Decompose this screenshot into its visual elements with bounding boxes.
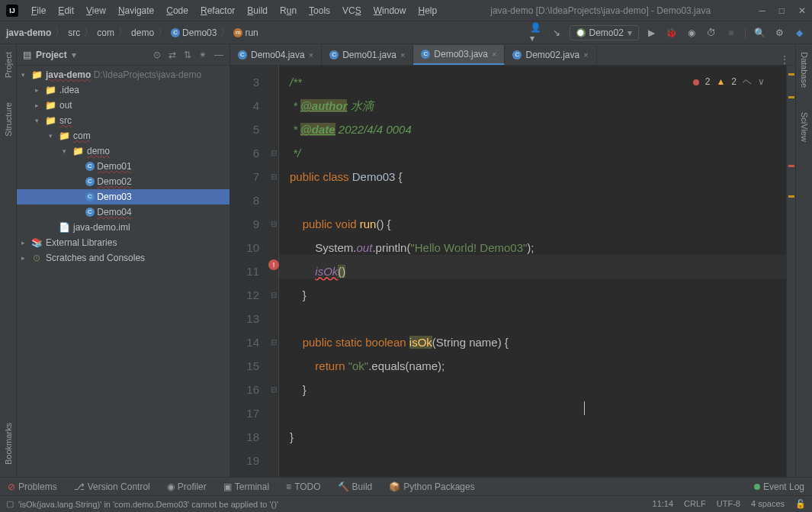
close-icon[interactable]: × bbox=[492, 50, 496, 59]
menu-code[interactable]: Code bbox=[161, 3, 194, 18]
back-arrow-icon[interactable]: ↘ bbox=[550, 26, 563, 40]
tab-demo04[interactable]: CDemo04.java× bbox=[230, 45, 322, 65]
tree-file-demo03[interactable]: C Demo03 bbox=[17, 189, 229, 204]
collapse-icon[interactable]: ⇅ bbox=[184, 50, 191, 60]
user-icon[interactable]: 👤▾ bbox=[530, 26, 544, 40]
error-bulb-icon[interactable]: ! bbox=[268, 259, 279, 270]
menu-window[interactable]: Window bbox=[368, 3, 412, 18]
warning-indicator[interactable]: ▲ bbox=[716, 70, 725, 94]
crumb-com[interactable]: com bbox=[97, 27, 114, 38]
error-indicator[interactable] bbox=[693, 79, 699, 85]
run-button[interactable]: ▶ bbox=[645, 26, 659, 40]
line-numbers: 345 678 91011 121314 151617 1819 bbox=[230, 66, 268, 477]
tool-eventlog[interactable]: Event Log bbox=[754, 481, 804, 492]
maximize-button[interactable]: □ bbox=[779, 5, 785, 16]
folder-icon: ▤ bbox=[23, 50, 31, 60]
minimize-button[interactable]: ─ bbox=[759, 5, 765, 16]
tree-file-demo01[interactable]: C Demo01 bbox=[17, 159, 229, 174]
tab-demo01[interactable]: CDemo01.java× bbox=[322, 45, 413, 65]
menu-build[interactable]: Build bbox=[242, 3, 273, 18]
select-file-icon[interactable]: ⊙ bbox=[153, 50, 161, 60]
search-icon[interactable]: 🔍 bbox=[753, 26, 766, 40]
status-position[interactable]: 11:14 bbox=[653, 499, 674, 509]
tree-iml[interactable]: 📄java-demo.iml bbox=[17, 220, 229, 235]
plugin-icon[interactable]: ◆ bbox=[792, 26, 806, 40]
menu-view[interactable]: View bbox=[81, 3, 111, 18]
tree-root[interactable]: ▾📁java-demo D:\IdeaProjects\java-demo bbox=[17, 67, 229, 82]
crumb-project[interactable]: java-demo bbox=[6, 27, 51, 38]
tree-file-demo04[interactable]: C Demo04 bbox=[17, 204, 229, 220]
main-menu: File Edit View Navigate Code Refactor Bu… bbox=[26, 3, 442, 18]
chevron-up-icon[interactable]: ヘ bbox=[743, 70, 752, 94]
close-icon[interactable]: × bbox=[309, 50, 313, 60]
tool-sciview[interactable]: SciView bbox=[798, 108, 810, 147]
tab-demo02[interactable]: CDemo02.java× bbox=[505, 45, 596, 65]
tool-build[interactable]: 🔨Build bbox=[338, 481, 373, 492]
chevron-down-icon[interactable]: ∨ bbox=[758, 70, 765, 94]
menu-vcs[interactable]: VCS bbox=[337, 3, 367, 18]
crumb-src[interactable]: src bbox=[68, 27, 80, 38]
lock-icon[interactable]: 🔓 bbox=[795, 499, 806, 509]
tree-file-demo02[interactable]: C Demo02 bbox=[17, 174, 229, 189]
code-editor[interactable]: 345 678 91011 121314 151617 1819 ⊟ ⊟⊟ ⊟⊟… bbox=[230, 66, 795, 477]
stop-button[interactable]: ■ bbox=[724, 26, 738, 40]
debug-button[interactable]: 🐞 bbox=[665, 26, 679, 40]
error-strip[interactable] bbox=[786, 66, 795, 477]
menu-refactor[interactable]: Refactor bbox=[195, 3, 240, 18]
tool-bookmarks[interactable]: Bookmarks bbox=[2, 418, 14, 469]
tree-src[interactable]: ▾📁src bbox=[17, 113, 229, 128]
tab-demo03[interactable]: CDemo03.java× bbox=[413, 45, 505, 65]
profile-button[interactable]: ⏱ bbox=[704, 26, 718, 40]
editor-tabs: CDemo04.java× CDemo01.java× CDemo03.java… bbox=[230, 44, 795, 66]
settings-icon[interactable]: ⚙ bbox=[772, 26, 786, 40]
status-indent[interactable]: 4 spaces bbox=[751, 499, 785, 509]
status-icon[interactable]: ▢ bbox=[6, 499, 14, 509]
gear-icon[interactable]: ✴ bbox=[199, 50, 207, 60]
status-encoding[interactable]: UTF-8 bbox=[717, 499, 740, 509]
tool-todo[interactable]: ≡TODO bbox=[286, 481, 320, 492]
tool-vcs[interactable]: ⎇Version Control bbox=[74, 481, 150, 492]
tool-problems[interactable]: ⊘Problems bbox=[8, 481, 57, 492]
breadcrumb: java-demo〉 src〉 com〉 demo〉 CDemo03〉 mrun bbox=[6, 26, 258, 39]
status-line-ending[interactable]: CRLF bbox=[684, 499, 706, 509]
tool-terminal[interactable]: ▣Terminal bbox=[223, 481, 269, 492]
hide-icon[interactable]: — bbox=[214, 50, 223, 60]
tool-project[interactable]: Project bbox=[2, 47, 14, 82]
tree-external-libs[interactable]: ▸📚External Libraries bbox=[17, 235, 229, 250]
ide-logo: IJ bbox=[6, 5, 18, 17]
panel-mode-dropdown[interactable]: ▾ bbox=[72, 50, 76, 60]
run-config-select[interactable]: ⬤Demo02 ▾ bbox=[570, 25, 639, 40]
tree-demo[interactable]: ▾📁demo bbox=[17, 143, 229, 159]
tool-python[interactable]: 📦Python Packages bbox=[389, 481, 474, 492]
project-panel: ▤ Project ▾ ⊙ ⇄ ⇅ ✴ — ▾📁java-demo D:\Ide… bbox=[17, 44, 230, 477]
crumb-class[interactable]: CDemo03 bbox=[171, 27, 217, 38]
menu-tools[interactable]: Tools bbox=[303, 3, 335, 18]
menu-navigate[interactable]: Navigate bbox=[113, 3, 159, 18]
project-tree: ▾📁java-demo D:\IdeaProjects\java-demo ▸📁… bbox=[17, 66, 229, 477]
menu-edit[interactable]: Edit bbox=[53, 3, 79, 18]
menu-help[interactable]: Help bbox=[412, 3, 442, 18]
tool-database[interactable]: Database bbox=[798, 47, 810, 92]
window-title: java-demo [D:\IdeaProjects\java-demo] - … bbox=[442, 5, 759, 16]
tabs-more-icon[interactable]: ⋮ bbox=[774, 54, 795, 65]
coverage-button[interactable]: ◉ bbox=[685, 26, 698, 40]
tree-idea[interactable]: ▸📁.idea bbox=[17, 82, 229, 98]
status-message: 'isOk(java.lang.String)' in 'com.demo.De… bbox=[18, 500, 278, 509]
close-icon[interactable]: × bbox=[583, 50, 588, 60]
fold-gutter[interactable]: ⊟ ⊟⊟ ⊟⊟ ⊟ bbox=[268, 66, 279, 477]
panel-title: Project bbox=[36, 50, 67, 60]
text-cursor bbox=[584, 401, 585, 415]
crumb-method[interactable]: mrun bbox=[233, 27, 258, 38]
tool-structure[interactable]: Structure bbox=[2, 98, 14, 141]
crumb-demo[interactable]: demo bbox=[131, 27, 154, 38]
tree-com[interactable]: ▾📁com bbox=[17, 128, 229, 143]
tool-profiler[interactable]: ◉Profiler bbox=[167, 481, 207, 492]
close-icon[interactable]: × bbox=[400, 50, 405, 60]
menu-file[interactable]: File bbox=[26, 3, 51, 18]
tree-out[interactable]: ▸📁out bbox=[17, 98, 229, 113]
menu-run[interactable]: Run bbox=[274, 3, 302, 18]
close-button[interactable]: ✕ bbox=[798, 5, 806, 16]
tree-scratches[interactable]: ▸⊙Scratches and Consoles bbox=[17, 250, 229, 266]
expand-icon[interactable]: ⇄ bbox=[168, 50, 176, 60]
